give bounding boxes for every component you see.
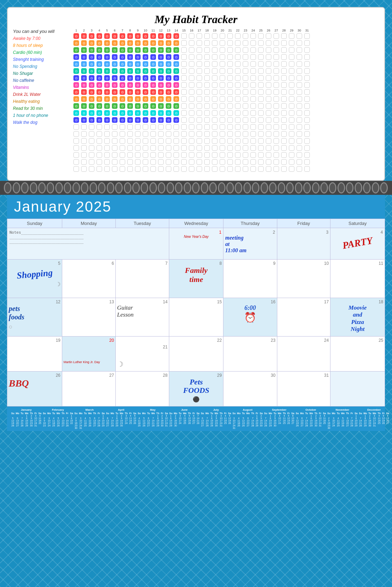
habit-cell-r5-d11[interactable]: ✿ [149, 61, 157, 67]
habit-cell-r10-d14[interactable]: ✿ [172, 96, 180, 102]
habit-cell-r19-d16[interactable] [188, 159, 195, 165]
habit-cell-r18-d25[interactable] [257, 152, 265, 158]
habit-cell-r20-d23[interactable] [242, 166, 249, 172]
habit-cell-r20-d22[interactable] [234, 166, 242, 172]
habit-cell-r9-d21[interactable] [226, 89, 234, 95]
habit-cell-r1-d26[interactable] [265, 33, 272, 39]
habit-cell-r8-d11[interactable]: ✿ [149, 82, 157, 88]
habit-cell-r5-d3[interactable]: ✿ [88, 61, 95, 67]
habit-cell-r12-d4[interactable]: ✿ [95, 110, 103, 116]
habit-cell-r15-d12[interactable] [157, 131, 165, 137]
habit-cell-r6-d25[interactable] [257, 68, 265, 74]
habit-cell-r16-d9[interactable] [134, 138, 142, 144]
habit-cell-r7-d29[interactable] [288, 75, 295, 81]
habit-cell-r18-d9[interactable] [134, 152, 142, 158]
habit-cell-r3-d10[interactable]: ✿ [142, 47, 149, 53]
habit-cell-r13-d15[interactable] [180, 117, 188, 123]
habit-cell-r11-d13[interactable]: ✿ [165, 103, 172, 109]
habit-cell-r17-d3[interactable] [88, 145, 95, 151]
habit-cell-r1-d31[interactable] [303, 33, 311, 39]
habit-cell-r13-d31[interactable] [303, 117, 311, 123]
habit-cell-r6-d22[interactable] [234, 68, 242, 74]
habit-cell-r1-d28[interactable] [280, 33, 288, 39]
habit-cell-r16-d31[interactable] [303, 138, 311, 144]
habit-cell-r17-d26[interactable] [265, 145, 272, 151]
day-21[interactable]: 21 ☽ [115, 337, 169, 372]
habit-cell-r7-d10[interactable]: ✿ [142, 75, 149, 81]
habit-cell-r12-d30[interactable] [295, 110, 303, 116]
habit-cell-r14-d21[interactable] [226, 124, 234, 130]
habit-cell-r8-d20[interactable] [219, 82, 226, 88]
habit-cell-r8-d7[interactable]: ✿ [119, 82, 126, 88]
habit-cell-r2-d31[interactable] [303, 40, 311, 46]
habit-cell-r8-d1[interactable]: ✿ [72, 82, 80, 88]
habit-cell-r17-d4[interactable] [95, 145, 103, 151]
habit-cell-r1-d19[interactable] [211, 33, 219, 39]
habit-cell-r1-d17[interactable] [195, 33, 203, 39]
habit-cell-r14-d3[interactable] [88, 124, 95, 130]
habit-cell-r5-d18[interactable] [203, 61, 211, 67]
habit-cell-r6-d19[interactable] [211, 68, 219, 74]
habit-cell-r19-d23[interactable] [242, 159, 249, 165]
habit-cell-r17-d19[interactable] [211, 145, 219, 151]
habit-cell-r1-d25[interactable] [257, 33, 265, 39]
habit-cell-r4-d2[interactable]: ✿ [80, 54, 88, 60]
habit-cell-r3-d1[interactable]: ✿ [72, 47, 80, 53]
habit-cell-r19-d26[interactable] [265, 159, 272, 165]
habit-cell-r7-d24[interactable] [249, 75, 257, 81]
habit-cell-r8-d2[interactable]: ✿ [80, 82, 88, 88]
habit-cell-r10-d1[interactable]: ✿ [72, 96, 80, 102]
habit-cell-r19-d19[interactable] [211, 159, 219, 165]
habit-cell-r10-d13[interactable]: ✿ [165, 96, 172, 102]
habit-cell-r14-d30[interactable] [295, 124, 303, 130]
habit-cell-r13-d1[interactable]: ✿ [72, 117, 80, 123]
habit-cell-r8-d10[interactable]: ✿ [142, 82, 149, 88]
habit-cell-r8-d19[interactable] [211, 82, 219, 88]
habit-cell-r15-d1[interactable] [72, 131, 80, 137]
habit-cell-r3-d26[interactable] [265, 47, 272, 53]
day-15[interactable]: 15 [169, 298, 223, 337]
day-10[interactable]: 10 [277, 260, 330, 298]
habit-cell-r3-d25[interactable] [257, 47, 265, 53]
habit-cell-r6-d1[interactable]: ✿ [72, 68, 80, 74]
habit-cell-r9-d29[interactable] [288, 89, 295, 95]
habit-cell-r16-d2[interactable] [80, 138, 88, 144]
habit-cell-r3-d12[interactable]: ✿ [157, 47, 165, 53]
habit-cell-r16-d24[interactable] [249, 138, 257, 144]
habit-cell-r17-d18[interactable] [203, 145, 211, 151]
habit-cell-r7-d22[interactable] [234, 75, 242, 81]
habit-cell-r4-d15[interactable] [180, 54, 188, 60]
habit-cell-r5-d17[interactable] [195, 61, 203, 67]
habit-cell-r19-d9[interactable] [134, 159, 142, 165]
habit-cell-r7-d21[interactable] [226, 75, 234, 81]
habit-cell-r13-d4[interactable]: ✿ [95, 117, 103, 123]
habit-cell-r2-d15[interactable] [180, 40, 188, 46]
day-31[interactable]: 31 [277, 372, 330, 406]
habit-cell-r20-d3[interactable] [88, 166, 95, 172]
habit-cell-r18-d12[interactable] [157, 152, 165, 158]
habit-cell-r16-d20[interactable] [219, 138, 226, 144]
habit-cell-r14-d28[interactable] [280, 124, 288, 130]
habit-cell-r12-d11[interactable]: ✿ [149, 110, 157, 116]
habit-cell-r10-d28[interactable] [280, 96, 288, 102]
habit-cell-r14-d11[interactable] [149, 124, 157, 130]
habit-cell-r2-d23[interactable] [242, 40, 249, 46]
habit-cell-r1-d22[interactable] [234, 33, 242, 39]
habit-cell-r18-d28[interactable] [280, 152, 288, 158]
habit-cell-r18-d14[interactable] [172, 152, 180, 158]
habit-cell-r20-d28[interactable] [280, 166, 288, 172]
habit-cell-r20-d2[interactable] [80, 166, 88, 172]
habit-cell-r8-d23[interactable] [242, 82, 249, 88]
habit-cell-r17-d25[interactable] [257, 145, 265, 151]
habit-cell-r1-d7[interactable]: ✿ [119, 33, 126, 39]
habit-cell-r1-d5[interactable]: ✿ [103, 33, 111, 39]
habit-cell-r18-d2[interactable] [80, 152, 88, 158]
habit-cell-r13-d13[interactable]: ✿ [165, 117, 172, 123]
habit-cell-r8-d25[interactable] [257, 82, 265, 88]
habit-cell-r15-d18[interactable] [203, 131, 211, 137]
habit-cell-r7-d31[interactable] [303, 75, 311, 81]
habit-cell-r3-d27[interactable] [272, 47, 280, 53]
habit-cell-r20-d4[interactable] [95, 166, 103, 172]
habit-cell-r4-d28[interactable] [280, 54, 288, 60]
habit-cell-r9-d5[interactable]: ✿ [103, 89, 111, 95]
